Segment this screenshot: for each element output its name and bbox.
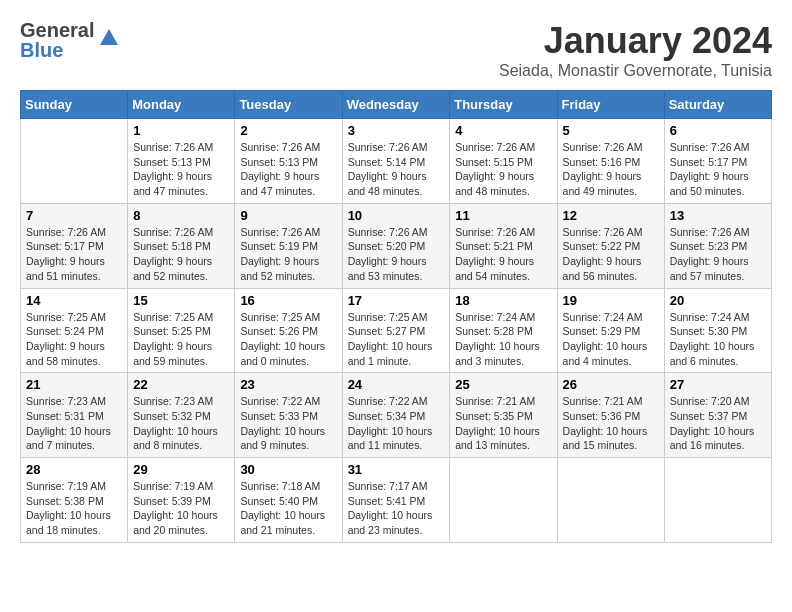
day-number: 4 xyxy=(455,123,551,138)
day-of-week-tuesday: Tuesday xyxy=(235,91,342,119)
calendar-cell: 19Sunrise: 7:24 AM Sunset: 5:29 PM Dayli… xyxy=(557,288,664,373)
day-info: Sunrise: 7:22 AM Sunset: 5:33 PM Dayligh… xyxy=(240,394,336,453)
calendar-cell: 21Sunrise: 7:23 AM Sunset: 5:31 PM Dayli… xyxy=(21,373,128,458)
day-info: Sunrise: 7:26 AM Sunset: 5:15 PM Dayligh… xyxy=(455,140,551,199)
page-header: General Blue January 2024 Seiada, Monast… xyxy=(20,20,772,80)
day-info: Sunrise: 7:24 AM Sunset: 5:30 PM Dayligh… xyxy=(670,310,766,369)
day-number: 6 xyxy=(670,123,766,138)
day-info: Sunrise: 7:24 AM Sunset: 5:28 PM Dayligh… xyxy=(455,310,551,369)
calendar-cell: 2Sunrise: 7:26 AM Sunset: 5:13 PM Daylig… xyxy=(235,119,342,204)
calendar-cell: 1Sunrise: 7:26 AM Sunset: 5:13 PM Daylig… xyxy=(128,119,235,204)
day-info: Sunrise: 7:19 AM Sunset: 5:38 PM Dayligh… xyxy=(26,479,122,538)
calendar-cell xyxy=(557,458,664,543)
day-number: 10 xyxy=(348,208,445,223)
day-of-week-sunday: Sunday xyxy=(21,91,128,119)
day-number: 1 xyxy=(133,123,229,138)
day-info: Sunrise: 7:26 AM Sunset: 5:17 PM Dayligh… xyxy=(26,225,122,284)
day-of-week-saturday: Saturday xyxy=(664,91,771,119)
calendar-cell xyxy=(21,119,128,204)
location-subtitle: Seiada, Monastir Governorate, Tunisia xyxy=(499,62,772,80)
calendar-cell: 20Sunrise: 7:24 AM Sunset: 5:30 PM Dayli… xyxy=(664,288,771,373)
calendar-week-2: 7Sunrise: 7:26 AM Sunset: 5:17 PM Daylig… xyxy=(21,203,772,288)
day-info: Sunrise: 7:25 AM Sunset: 5:25 PM Dayligh… xyxy=(133,310,229,369)
title-block: January 2024 Seiada, Monastir Governorat… xyxy=(499,20,772,80)
calendar-cell: 24Sunrise: 7:22 AM Sunset: 5:34 PM Dayli… xyxy=(342,373,450,458)
calendar-cell xyxy=(664,458,771,543)
day-number: 27 xyxy=(670,377,766,392)
day-info: Sunrise: 7:26 AM Sunset: 5:14 PM Dayligh… xyxy=(348,140,445,199)
calendar-cell: 4Sunrise: 7:26 AM Sunset: 5:15 PM Daylig… xyxy=(450,119,557,204)
calendar-cell: 8Sunrise: 7:26 AM Sunset: 5:18 PM Daylig… xyxy=(128,203,235,288)
calendar-cell: 9Sunrise: 7:26 AM Sunset: 5:19 PM Daylig… xyxy=(235,203,342,288)
day-of-week-thursday: Thursday xyxy=(450,91,557,119)
month-year-title: January 2024 xyxy=(499,20,772,62)
calendar-table: SundayMondayTuesdayWednesdayThursdayFrid… xyxy=(20,90,772,543)
day-info: Sunrise: 7:25 AM Sunset: 5:26 PM Dayligh… xyxy=(240,310,336,369)
day-info: Sunrise: 7:23 AM Sunset: 5:32 PM Dayligh… xyxy=(133,394,229,453)
calendar-cell: 14Sunrise: 7:25 AM Sunset: 5:24 PM Dayli… xyxy=(21,288,128,373)
calendar-week-1: 1Sunrise: 7:26 AM Sunset: 5:13 PM Daylig… xyxy=(21,119,772,204)
day-number: 31 xyxy=(348,462,445,477)
day-info: Sunrise: 7:26 AM Sunset: 5:17 PM Dayligh… xyxy=(670,140,766,199)
logo-icon xyxy=(98,27,120,49)
day-info: Sunrise: 7:22 AM Sunset: 5:34 PM Dayligh… xyxy=(348,394,445,453)
day-info: Sunrise: 7:26 AM Sunset: 5:23 PM Dayligh… xyxy=(670,225,766,284)
day-of-week-wednesday: Wednesday xyxy=(342,91,450,119)
day-number: 29 xyxy=(133,462,229,477)
day-number: 8 xyxy=(133,208,229,223)
calendar-cell: 6Sunrise: 7:26 AM Sunset: 5:17 PM Daylig… xyxy=(664,119,771,204)
calendar-cell: 23Sunrise: 7:22 AM Sunset: 5:33 PM Dayli… xyxy=(235,373,342,458)
day-info: Sunrise: 7:21 AM Sunset: 5:35 PM Dayligh… xyxy=(455,394,551,453)
day-number: 22 xyxy=(133,377,229,392)
day-number: 13 xyxy=(670,208,766,223)
day-number: 21 xyxy=(26,377,122,392)
day-info: Sunrise: 7:23 AM Sunset: 5:31 PM Dayligh… xyxy=(26,394,122,453)
calendar-cell: 13Sunrise: 7:26 AM Sunset: 5:23 PM Dayli… xyxy=(664,203,771,288)
day-info: Sunrise: 7:26 AM Sunset: 5:20 PM Dayligh… xyxy=(348,225,445,284)
logo-blue: Blue xyxy=(20,40,94,60)
day-number: 23 xyxy=(240,377,336,392)
day-number: 24 xyxy=(348,377,445,392)
day-info: Sunrise: 7:17 AM Sunset: 5:41 PM Dayligh… xyxy=(348,479,445,538)
calendar-cell: 29Sunrise: 7:19 AM Sunset: 5:39 PM Dayli… xyxy=(128,458,235,543)
day-number: 28 xyxy=(26,462,122,477)
day-number: 18 xyxy=(455,293,551,308)
calendar-week-4: 21Sunrise: 7:23 AM Sunset: 5:31 PM Dayli… xyxy=(21,373,772,458)
calendar-cell: 22Sunrise: 7:23 AM Sunset: 5:32 PM Dayli… xyxy=(128,373,235,458)
calendar-week-5: 28Sunrise: 7:19 AM Sunset: 5:38 PM Dayli… xyxy=(21,458,772,543)
day-info: Sunrise: 7:26 AM Sunset: 5:18 PM Dayligh… xyxy=(133,225,229,284)
svg-marker-0 xyxy=(100,29,118,45)
day-number: 2 xyxy=(240,123,336,138)
calendar-cell xyxy=(450,458,557,543)
day-info: Sunrise: 7:26 AM Sunset: 5:13 PM Dayligh… xyxy=(133,140,229,199)
day-number: 14 xyxy=(26,293,122,308)
day-number: 26 xyxy=(563,377,659,392)
day-number: 9 xyxy=(240,208,336,223)
day-info: Sunrise: 7:24 AM Sunset: 5:29 PM Dayligh… xyxy=(563,310,659,369)
calendar-cell: 28Sunrise: 7:19 AM Sunset: 5:38 PM Dayli… xyxy=(21,458,128,543)
calendar-body: 1Sunrise: 7:26 AM Sunset: 5:13 PM Daylig… xyxy=(21,119,772,543)
day-info: Sunrise: 7:18 AM Sunset: 5:40 PM Dayligh… xyxy=(240,479,336,538)
day-info: Sunrise: 7:21 AM Sunset: 5:36 PM Dayligh… xyxy=(563,394,659,453)
day-number: 3 xyxy=(348,123,445,138)
calendar-week-3: 14Sunrise: 7:25 AM Sunset: 5:24 PM Dayli… xyxy=(21,288,772,373)
calendar-cell: 3Sunrise: 7:26 AM Sunset: 5:14 PM Daylig… xyxy=(342,119,450,204)
calendar-cell: 11Sunrise: 7:26 AM Sunset: 5:21 PM Dayli… xyxy=(450,203,557,288)
calendar-cell: 16Sunrise: 7:25 AM Sunset: 5:26 PM Dayli… xyxy=(235,288,342,373)
calendar-header: SundayMondayTuesdayWednesdayThursdayFrid… xyxy=(21,91,772,119)
day-info: Sunrise: 7:19 AM Sunset: 5:39 PM Dayligh… xyxy=(133,479,229,538)
calendar-cell: 27Sunrise: 7:20 AM Sunset: 5:37 PM Dayli… xyxy=(664,373,771,458)
day-number: 30 xyxy=(240,462,336,477)
calendar-cell: 30Sunrise: 7:18 AM Sunset: 5:40 PM Dayli… xyxy=(235,458,342,543)
day-number: 19 xyxy=(563,293,659,308)
day-number: 16 xyxy=(240,293,336,308)
day-number: 5 xyxy=(563,123,659,138)
day-number: 20 xyxy=(670,293,766,308)
day-of-week-friday: Friday xyxy=(557,91,664,119)
day-info: Sunrise: 7:26 AM Sunset: 5:22 PM Dayligh… xyxy=(563,225,659,284)
calendar-cell: 18Sunrise: 7:24 AM Sunset: 5:28 PM Dayli… xyxy=(450,288,557,373)
day-number: 12 xyxy=(563,208,659,223)
day-number: 11 xyxy=(455,208,551,223)
calendar-cell: 12Sunrise: 7:26 AM Sunset: 5:22 PM Dayli… xyxy=(557,203,664,288)
calendar-cell: 26Sunrise: 7:21 AM Sunset: 5:36 PM Dayli… xyxy=(557,373,664,458)
